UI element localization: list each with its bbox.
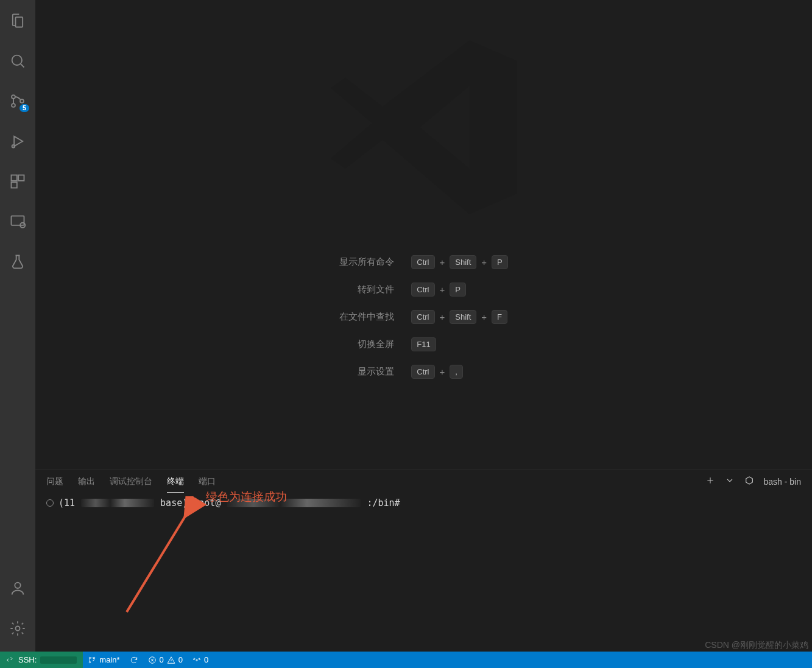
problems-status[interactable]: 0 0 [143, 652, 188, 668]
terminal-dropdown-icon[interactable] [725, 476, 735, 488]
hint-keys: Ctrl+Shift+F [411, 310, 507, 324]
keycap: F11 [411, 337, 436, 351]
svg-point-4 [12, 145, 15, 148]
scm-badge: 5 [19, 104, 29, 112]
vscode-logo-icon [320, 18, 528, 237]
terminal-text-mid: base) root@ [160, 497, 221, 508]
tab-problems[interactable]: 问题 [46, 471, 63, 492]
terminal-task-icon [46, 499, 54, 507]
terminal-body[interactable]: (11 base) root@ :/bin# 绿色为连接成功 [35, 494, 812, 652]
activity-bar: 5 [0, 0, 35, 652]
ports-count: 0 [204, 655, 208, 664]
hint-label: 显示设置 [339, 366, 394, 378]
svg-point-11 [16, 627, 20, 631]
terminal-profile-icon[interactable] [744, 476, 754, 488]
new-terminal-button[interactable] [705, 476, 715, 488]
svg-rect-7 [12, 182, 17, 188]
hint-label: 转到文件 [339, 284, 394, 295]
testing-icon[interactable] [0, 247, 35, 276]
keycap: Ctrl [411, 310, 434, 324]
svg-point-3 [20, 99, 24, 103]
sync-button[interactable] [125, 652, 143, 668]
svg-point-13 [90, 657, 91, 658]
tab-output[interactable]: 输出 [78, 471, 95, 492]
welcome-editor: 显示所有命令Ctrl+Shift+P转到文件Ctrl+P在文件中查找Ctrl+S… [35, 0, 812, 469]
accounts-icon[interactable] [0, 574, 35, 603]
svg-rect-5 [12, 175, 17, 181]
keycap: Shift [450, 310, 476, 324]
svg-line-12 [127, 502, 194, 612]
keycap: Ctrl [411, 365, 434, 379]
tab-ports[interactable]: 端口 [199, 471, 216, 492]
search-icon[interactable] [0, 46, 35, 76]
svg-point-10 [15, 583, 20, 588]
keycap: Ctrl [411, 283, 434, 297]
keycap: Shift [450, 255, 476, 269]
remote-explorer-icon[interactable] [0, 207, 35, 236]
svg-rect-6 [18, 175, 24, 181]
warnings-count: 0 [178, 655, 183, 664]
run-debug-icon[interactable] [0, 127, 35, 156]
terminal-shell-label[interactable]: bash - bin [764, 477, 801, 487]
tab-terminal[interactable]: 终端 [167, 471, 184, 493]
hint-label: 切换全屏 [339, 339, 394, 350]
keycap: Ctrl [411, 255, 434, 269]
source-control-icon[interactable]: 5 [0, 86, 35, 116]
svg-point-17 [196, 659, 197, 660]
svg-rect-8 [12, 216, 24, 225]
hint-keys: Ctrl+, [411, 365, 507, 379]
keycap: F [492, 310, 507, 324]
keycap: , [450, 365, 463, 379]
explorer-icon[interactable] [0, 6, 35, 35]
svg-point-1 [12, 95, 15, 99]
hint-keys: Ctrl+P [411, 283, 507, 297]
hint-label: 在文件中查找 [339, 311, 394, 323]
hint-keys: Ctrl+Shift+P [411, 255, 507, 269]
keyboard-hints: 显示所有命令Ctrl+Shift+P转到文件Ctrl+P在文件中查找Ctrl+S… [339, 255, 507, 379]
keycap: P [492, 255, 508, 269]
obscured-text [81, 499, 154, 507]
git-branch-item[interactable]: main* [83, 652, 124, 668]
svg-point-2 [12, 104, 15, 107]
hint-keys: F11 [411, 337, 507, 351]
svg-point-14 [90, 661, 91, 663]
git-branch-label: main* [99, 655, 119, 664]
obscured-text [227, 499, 361, 507]
settings-gear-icon[interactable] [0, 614, 35, 643]
keycap: P [450, 283, 466, 297]
remote-indicator[interactable]: SSH: [0, 652, 83, 668]
tab-debug-console[interactable]: 调试控制台 [110, 471, 152, 492]
errors-count: 0 [160, 655, 164, 664]
terminal-text-left: (11 [58, 497, 75, 508]
terminal-text-right: :/bin# [367, 497, 400, 508]
remote-label-prefix: SSH: [18, 655, 37, 664]
hint-label: 显示所有命令 [339, 256, 394, 268]
status-bar: SSH: main* 0 0 0 [0, 652, 812, 668]
ports-status[interactable]: 0 [188, 652, 213, 668]
annotation-arrow-icon [121, 496, 218, 618]
bottom-panel: 问题 输出 调试控制台 终端 端口 [35, 469, 812, 652]
obscured-text [40, 656, 77, 664]
extensions-icon[interactable] [0, 167, 35, 196]
svg-point-0 [12, 55, 22, 65]
